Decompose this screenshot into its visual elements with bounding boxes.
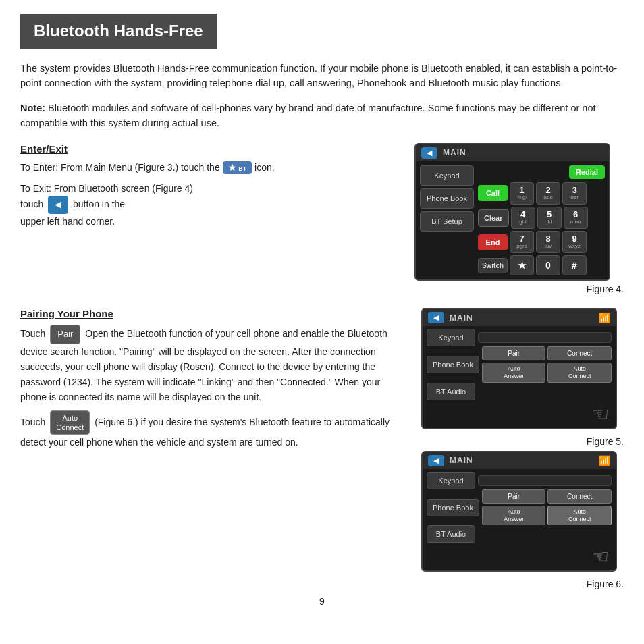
pairing-heading: Pairing Your Phone [20, 308, 408, 319]
key-star[interactable]: ★ [510, 255, 534, 275]
figure5-title: MAIN [450, 313, 473, 323]
key-4[interactable]: 4ghi [511, 207, 535, 229]
figure6-header: ◀ MAIN 📶 [423, 452, 616, 469]
fig5-btaudio-row: BT Audio [427, 383, 612, 400]
fig6-auto-row: AutoAnswer AutoConnect [482, 506, 612, 526]
back-button-icon: ◀ [48, 196, 68, 214]
page-number: 9 [20, 596, 624, 607]
keypad-row-1: Call 1?!@ 2abc 3def [478, 182, 605, 205]
end-button[interactable]: End [478, 234, 508, 250]
enter-text: To Enter: From Main Menu (Figure 3.) tou… [20, 160, 401, 176]
fig5-auto-row: AutoAnswer AutoConnect [482, 363, 612, 383]
keypad-row-3: End 7pgrs 8tuv 9wxyz [478, 231, 605, 253]
menu-phonebook[interactable]: Phone Book [420, 188, 474, 209]
fig6-pair-btn[interactable]: Pair [482, 489, 546, 504]
fig5-btaudio-label: BT Audio [427, 383, 475, 400]
key-7[interactable]: 7pgrs [510, 231, 534, 253]
intro-paragraph: The system provides Bluetooth Hands-Free… [20, 61, 624, 91]
note-body: Bluetooth modules and software of cell-p… [20, 103, 596, 128]
fig6-keypad-row: Keypad [427, 472, 612, 489]
fig6-pair-connect-row: Pair Connect [482, 489, 612, 504]
figure5-caption: Figure 5. [421, 436, 624, 447]
note-paragraph: Note: Bluetooth modules and software of … [20, 101, 624, 131]
fig6-auto-connect-btn[interactable]: AutoConnect [547, 506, 612, 526]
fig5-keypad-row: Keypad [427, 329, 612, 346]
exit-text: To Exit: From Bluetooth screen (Figure 4… [20, 181, 401, 230]
hand-cursor-fig5: ☜ [423, 403, 616, 428]
fig5-keypad-label: Keypad [427, 329, 475, 346]
menu-keypad[interactable]: Keypad [420, 165, 474, 186]
note-label: Note: [20, 103, 45, 113]
hand-cursor-fig6: ☜ [423, 545, 616, 570]
menu-btsetup[interactable]: BT Setup [420, 211, 474, 232]
keypad-row-4: Switch ★ 0 # [478, 255, 605, 275]
pairing-text2: Touch AutoConnect (Figure 6.) if you des… [20, 410, 408, 450]
figure6-screen: ◀ MAIN 📶 Keypad Phone Book [421, 451, 617, 572]
key-6[interactable]: 6mno [564, 207, 588, 229]
key-8[interactable]: 8tuv [536, 231, 560, 253]
redial-button[interactable]: Redial [569, 165, 605, 179]
key-hash[interactable]: # [562, 255, 587, 275]
fig5-keypad-right [478, 332, 612, 343]
fig6-phonebook-right: Pair Connect AutoAnswer AutoConnect [482, 489, 612, 526]
call-button[interactable]: Call [478, 185, 508, 201]
figure4-caption: Figure 4. [414, 284, 624, 294]
page-title: Bluetooth Hands-Free [20, 14, 217, 49]
pairing-text1: Touch Pair Open the Bluetooth function o… [20, 325, 408, 404]
fig5-phonebook-label: Phone Book [427, 356, 479, 373]
key-2[interactable]: 2abc [536, 182, 560, 205]
fig5-pair-btn[interactable]: Pair [482, 346, 546, 360]
phone-header: ◀ MAIN [416, 144, 609, 161]
figure5-header: ◀ MAIN 📶 [423, 309, 616, 326]
figure5-back: ◀ [428, 312, 444, 323]
phone-title: MAIN [443, 148, 466, 157]
fig5-auto-connect-btn[interactable]: AutoConnect [547, 363, 612, 383]
clear-button[interactable]: Clear [478, 209, 509, 227]
fig6-btaudio-row: BT Audio [427, 525, 612, 543]
fig6-connect-btn[interactable]: Connect [547, 489, 612, 504]
phone-body: Keypad Phone Book BT Setup Redial Call 1… [416, 161, 609, 279]
figure6-back: ◀ [428, 455, 444, 466]
fig5-pair-connect-row: Pair Connect [482, 346, 612, 360]
fig5-input-bar [478, 332, 612, 343]
phone-keypad: Redial Call 1?!@ 2abc 3def Clear 4ghi 5j… [478, 165, 605, 275]
fig6-phonebook-row: Phone Book Pair Connect AutoAnswer AutoC… [427, 489, 612, 526]
bt-icon-sm2: 📶 [599, 455, 610, 466]
figure5-screen: ◀ MAIN 📶 Keypad Phone Book [421, 308, 617, 429]
figure5-body: Keypad Phone Book Pair Connect [423, 326, 616, 403]
keypad-row-2: Clear 4ghi 5jkl 6mno [478, 207, 605, 229]
fig5-auto-answer-btn[interactable]: AutoAnswer [482, 363, 546, 383]
fig6-keypad-label: Keypad [427, 472, 475, 489]
fig5-phonebook-row: Phone Book Pair Connect AutoAnswer AutoC… [427, 346, 612, 383]
fig6-input-bar [478, 475, 612, 486]
fig5-phonebook-right: Pair Connect AutoAnswer AutoConnect [482, 346, 612, 383]
bt-icon-sm: 📶 [599, 313, 610, 323]
key-5[interactable]: 5jkl [537, 207, 562, 229]
key-3[interactable]: 3def [562, 182, 587, 205]
phone-left-menu: Keypad Phone Book BT Setup [420, 165, 474, 275]
auto-connect-inline-button[interactable]: AutoConnect [50, 410, 90, 435]
fig6-btaudio-label: BT Audio [427, 525, 475, 543]
figure6-caption: Figure 6. [421, 579, 624, 589]
fig6-keypad-right [478, 475, 612, 486]
figure6-body: Keypad Phone Book Pair Connect [423, 469, 616, 546]
key-1[interactable]: 1?!@ [510, 182, 534, 205]
switch-button[interactable]: Switch [478, 258, 508, 273]
figure5-wrapper: ◀ MAIN 📶 Keypad Phone Book [421, 308, 624, 429]
enter-exit-heading: Enter/Exit [20, 143, 401, 155]
pair-inline-button[interactable]: Pair [50, 325, 80, 344]
figure4-screen: ◀ MAIN Keypad Phone Book BT Setup Redial… [414, 143, 610, 281]
key-0[interactable]: 0 [536, 255, 560, 275]
fig6-auto-answer-btn[interactable]: AutoAnswer [482, 506, 546, 526]
back-btn: ◀ [421, 147, 437, 159]
key-9[interactable]: 9wxyz [562, 231, 587, 253]
fig5-connect-btn[interactable]: Connect [547, 346, 612, 360]
figure6-title: MAIN [450, 456, 473, 465]
bt-icon: ★ BT [223, 161, 252, 174]
fig6-phonebook-label: Phone Book [427, 499, 479, 516]
figure6-wrapper: ◀ MAIN 📶 Keypad Phone Book [421, 451, 624, 572]
